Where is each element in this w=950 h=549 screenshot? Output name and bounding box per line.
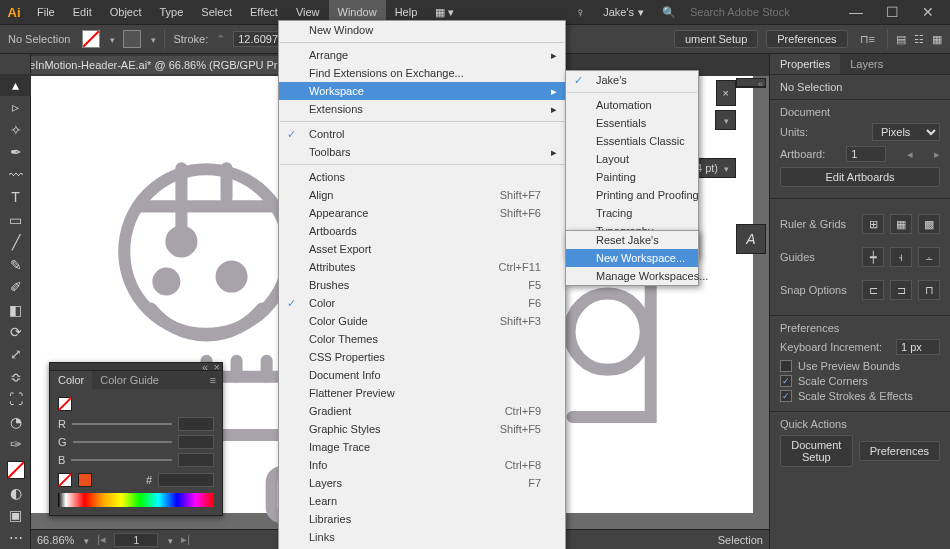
smart-guides-icon[interactable]: ⫠ <box>918 247 940 267</box>
snap-grid-icon[interactable]: ⊓ <box>918 280 940 300</box>
qa-preferences-button[interactable]: Preferences <box>859 441 940 461</box>
preview-bounds-checkbox[interactable] <box>780 360 792 372</box>
menu-item-control[interactable]: ✓Control <box>279 125 565 143</box>
r-slider[interactable] <box>72 423 172 425</box>
color-guide-tab[interactable]: Color Guide <box>92 371 167 389</box>
menu-item-toolbars[interactable]: Toolbars▸ <box>279 143 565 161</box>
panel-menu-icon[interactable]: ≡ <box>204 371 222 389</box>
last-color-swatch[interactable] <box>78 473 92 487</box>
menu-item-painting[interactable]: Painting <box>566 168 698 186</box>
scale-tool[interactable]: ⤢ <box>0 343 31 365</box>
paintbrush-tool[interactable]: ✎ <box>0 253 31 275</box>
kbd-inc-input[interactable] <box>896 339 940 355</box>
maximize-button[interactable]: ☐ <box>878 3 906 21</box>
menu-item-automation[interactable]: Automation <box>566 96 698 114</box>
color-tab[interactable]: Color <box>50 371 92 389</box>
preferences-button[interactable]: Preferences <box>766 30 847 48</box>
learn-icon[interactable]: ♀ <box>575 5 585 20</box>
edit-toolbar[interactable]: ⋯ <box>0 526 31 548</box>
guides-lock-icon[interactable]: ⫞ <box>890 247 912 267</box>
menu-type[interactable]: Type <box>151 0 193 24</box>
status-artboard[interactable]: 1 <box>114 533 158 547</box>
stroke-dropdown[interactable] <box>149 33 156 45</box>
shaper-tool[interactable]: ✐ <box>0 276 31 298</box>
color-mode-icons[interactable]: ◐ <box>0 482 31 504</box>
line-tool[interactable]: ╱ <box>0 231 31 253</box>
menu-item-libraries[interactable]: Libraries <box>279 510 565 528</box>
eyedropper-tool[interactable]: ✑ <box>0 433 31 455</box>
zoom-dropdown[interactable] <box>82 534 89 546</box>
menu-item-flattener-preview[interactable]: Flattener Preview <box>279 384 565 402</box>
menu-item-css-properties[interactable]: CSS Properties <box>279 348 565 366</box>
menu-item-essentials-classic[interactable]: Essentials Classic <box>566 132 698 150</box>
pen-tool[interactable]: ✒ <box>0 141 31 163</box>
edit-artboards-button[interactable]: Edit Artboards <box>780 167 940 187</box>
scale-corners-checkbox[interactable]: ✓ <box>780 375 792 387</box>
transparency-grid-icon[interactable]: ▩ <box>918 214 940 234</box>
menu-item-actions[interactable]: Actions <box>279 168 565 186</box>
shape-builder-tool[interactable]: ◔ <box>0 411 31 433</box>
character-panel-icon[interactable]: A <box>736 224 766 254</box>
menu-item-brushes[interactable]: BrushesF5 <box>279 276 565 294</box>
rectangle-tool[interactable]: ▭ <box>0 208 31 230</box>
menu-select[interactable]: Select <box>192 0 241 24</box>
menu-item-appearance[interactable]: AppearanceShift+F6 <box>279 204 565 222</box>
panel-icon-3[interactable]: ▦ <box>932 33 942 46</box>
panel-close-icon[interactable]: × <box>214 361 220 373</box>
menu-item-document-info[interactable]: Document Info <box>279 366 565 384</box>
menu-item-manage-workspaces-[interactable]: Manage Workspaces... <box>566 267 698 285</box>
zoom-value[interactable]: 66.86% <box>37 534 74 546</box>
menu-item-color-guide[interactable]: Color GuideShift+F3 <box>279 312 565 330</box>
artboard-next[interactable]: ▸ <box>934 148 940 161</box>
menu-item-artboards[interactable]: Artboards <box>279 222 565 240</box>
menu-item-tracing[interactable]: Tracing <box>566 204 698 222</box>
menu-item-graphic-styles[interactable]: Graphic StylesShift+F5 <box>279 420 565 438</box>
workspace-switcher[interactable]: Jake's▾ <box>593 4 654 21</box>
close-button[interactable]: ✕ <box>914 3 942 21</box>
search-icon[interactable]: 🔍 <box>662 6 676 19</box>
fill-swatch[interactable] <box>82 30 100 48</box>
artboard-input[interactable] <box>846 146 886 162</box>
rotate-tool[interactable]: ⟳ <box>0 321 31 343</box>
snap-pixel-icon[interactable]: ⊏ <box>862 280 884 300</box>
menu-item-align[interactable]: AlignShift+F7 <box>279 186 565 204</box>
curvature-tool[interactable]: 〰 <box>0 164 31 186</box>
magic-wand-tool[interactable]: ✧ <box>0 119 31 141</box>
type-tool[interactable]: T <box>0 186 31 208</box>
panel-drag-handle[interactable]: «× <box>50 363 222 371</box>
menu-item-gradient[interactable]: GradientCtrl+F9 <box>279 402 565 420</box>
g-slider[interactable] <box>73 441 172 443</box>
pt-dropdown[interactable] <box>722 162 729 174</box>
qa-doc-setup-button[interactable]: Document Setup <box>780 435 853 467</box>
menu-item-essentials[interactable]: Essentials <box>566 114 698 132</box>
artboard-prev[interactable]: ◂ <box>907 148 913 161</box>
scale-strokes-checkbox[interactable]: ✓ <box>780 390 792 402</box>
menu-item-image-trace[interactable]: Image Trace <box>279 438 565 456</box>
width-tool[interactable]: ≎ <box>0 366 31 388</box>
snap-point-icon[interactable]: ⊐ <box>890 280 912 300</box>
direct-selection-tool[interactable]: ▹ <box>0 96 31 118</box>
menu-item-asset-export[interactable]: Asset Export <box>279 240 565 258</box>
screen-mode-icon[interactable]: ▣ <box>0 504 31 526</box>
collapse-handle[interactable]: « <box>737 79 765 87</box>
ruler-icon[interactable]: ⊞ <box>862 214 884 234</box>
menu-item-color[interactable]: ✓ColorF6 <box>279 294 565 312</box>
panel-fill-swatch[interactable] <box>58 397 72 411</box>
panel-icon-2[interactable]: ☷ <box>914 33 924 46</box>
menu-item-layers[interactable]: LayersF7 <box>279 474 565 492</box>
fill-dropdown[interactable] <box>108 33 115 45</box>
menu-item-new-window[interactable]: New Window <box>279 21 565 39</box>
r-value[interactable] <box>178 417 214 431</box>
menu-file[interactable]: File <box>28 0 64 24</box>
menu-item-learn[interactable]: Learn <box>279 492 565 510</box>
b-slider[interactable] <box>71 459 172 461</box>
properties-tab[interactable]: Properties <box>770 54 840 74</box>
menu-item-info[interactable]: InfoCtrl+F8 <box>279 456 565 474</box>
layers-tab[interactable]: Layers <box>840 54 893 74</box>
menu-item-jake-s[interactable]: ✓Jake's <box>566 71 698 89</box>
mini-dropdown[interactable] <box>722 114 729 126</box>
free-transform-tool[interactable]: ⛶ <box>0 388 31 410</box>
none-swatch[interactable] <box>58 473 72 487</box>
minimize-button[interactable]: — <box>842 3 870 21</box>
align-to-icon[interactable]: ⊓≡ <box>856 33 879 46</box>
